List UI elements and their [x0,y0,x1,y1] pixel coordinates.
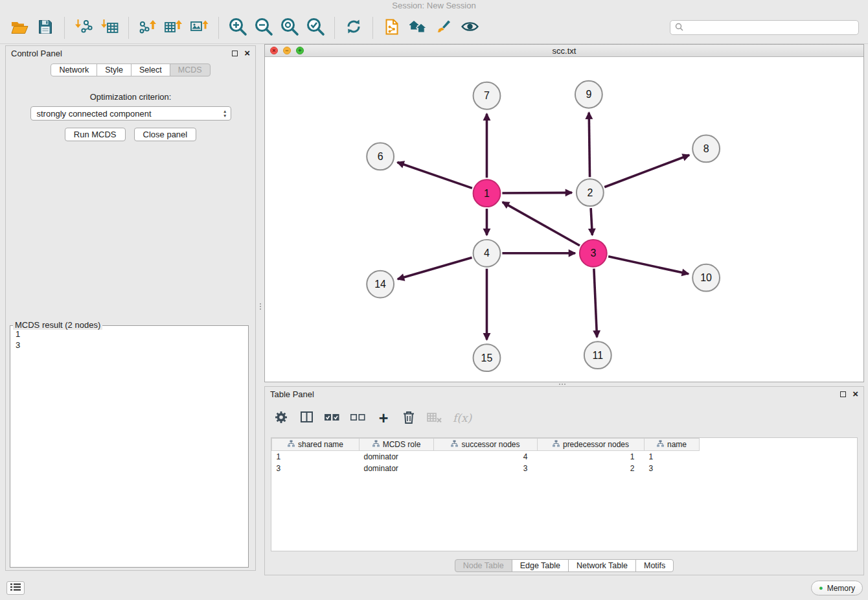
graph-edge-1-6[interactable] [397,162,472,188]
column-header-name[interactable]: name [645,439,700,451]
search-icon [675,23,683,33]
cell-mcds-role: dominator [360,451,434,463]
network-canvas[interactable]: 7968124314101511 [265,57,863,382]
show-hide-graphics-details-button[interactable] [458,15,481,41]
window-minimize-icon[interactable]: − [283,47,291,54]
column-header-filler [700,439,858,451]
open-session-document-button[interactable] [380,15,404,41]
graph-node-8[interactable]: 8 [692,135,720,163]
graph-edge-2-3[interactable] [591,208,592,235]
vertical-splitter-handle[interactable] [258,299,262,314]
zoom-selected-region-button[interactable] [304,15,327,41]
graph-edge-2-8[interactable] [604,155,689,187]
window-close-icon[interactable]: × [270,47,278,54]
create-new-column-button[interactable]: + [376,411,391,426]
column-header-mcds-role[interactable]: MCDS role [360,439,434,451]
show-columns-button[interactable] [299,411,314,424]
graph-node-1[interactable]: 1 [474,179,501,207]
graph-edge-3-11[interactable] [594,269,597,338]
node-label: 8 [703,143,709,154]
network-window-title: scc.txt [553,46,577,56]
run-mcds-button[interactable]: Run MCDS [65,128,126,141]
table-panel-title: Table Panel [270,389,314,399]
network-window-titlebar[interactable]: × − + scc.txt [265,45,863,57]
fx-icon: f(x) [453,411,472,424]
graph-node-2[interactable]: 2 [577,179,604,206]
folder-icon [11,19,29,36]
zoom-in-button[interactable] [226,15,249,41]
delete-table-button[interactable] [427,412,442,424]
window-zoom-icon[interactable]: + [296,47,304,54]
search-box[interactable] [670,20,859,35]
delete-columns-button[interactable] [402,411,416,426]
toolbar-separator [128,17,129,39]
column-header-successor-nodes[interactable]: successor nodes [434,439,538,451]
save-session-button[interactable] [34,15,57,41]
graph-node-9[interactable]: 9 [575,81,602,108]
refresh-view-button[interactable] [342,15,365,41]
export-image-button[interactable] [188,15,211,41]
graph-edge-3-1[interactable] [503,202,580,246]
zoom-out-icon [254,17,273,38]
close-panel-button[interactable]: Close panel [134,128,197,141]
graph-node-14[interactable]: 14 [367,271,394,298]
node-table-grid: shared nameMCDS rolesuccessor nodesprede… [271,438,857,474]
column-header-shared-name[interactable]: shared name [272,439,360,451]
deselect-all-rows-button[interactable] [350,413,365,423]
cp-tab-style[interactable]: Style [97,63,131,76]
import-table-icon [100,19,119,36]
export-table-button[interactable] [162,15,185,41]
graph-edge-1-2[interactable] [502,192,572,193]
table-mode-button[interactable] [274,411,288,426]
graph-node-10[interactable]: 10 [692,264,720,292]
import-network-from-file-button[interactable] [72,15,95,41]
memory-status-icon: ● [819,584,823,592]
export-network-button[interactable] [136,15,159,41]
task-history-button[interactable] [6,581,25,595]
graph-edge-4-14[interactable] [398,257,472,279]
graph-node-7[interactable]: 7 [474,82,501,110]
cp-tab-select[interactable]: Select [131,63,170,76]
open-file-button[interactable] [8,15,31,41]
apply-style-button[interactable] [432,15,455,41]
cp-tab-network[interactable]: Network [51,63,97,76]
table-row-2[interactable]: 3dominator323 [272,463,858,474]
optimization-criterion-select[interactable]: strongly connected component ▲ ▼ [30,106,231,121]
close-panel-icon[interactable]: × [852,389,858,398]
table-tab-node-table[interactable]: Node Table [455,559,512,572]
graph-node-11[interactable]: 11 [584,341,611,369]
graph-node-4[interactable]: 4 [474,240,501,267]
search-input[interactable] [687,23,854,32]
graph-edge-2-9[interactable] [589,113,589,178]
graph-node-3[interactable]: 3 [580,240,607,267]
zoom-fit-content-button[interactable] [278,15,301,41]
node-label: 9 [586,89,591,100]
table-tab-motifs[interactable]: Motifs [635,559,674,572]
column-label: MCDS role [383,440,421,449]
cp-tab-mcds[interactable]: MCDS [170,63,211,76]
import-table-from-file-button[interactable] [98,15,121,41]
zoom-fit-icon [280,17,299,38]
network-overview-button[interactable] [406,15,429,41]
float-window-icon[interactable] [232,51,238,56]
function-builder-button[interactable]: f(x) [453,411,472,424]
table-row-1[interactable]: 1dominator411 [272,451,858,463]
select-all-rows-button[interactable] [325,413,339,423]
cell-filler [700,463,858,474]
table-tab-edge-table[interactable]: Edge Table [512,559,569,572]
floppy-icon [38,19,52,36]
graph-edge-3-10[interactable] [608,257,689,274]
column-tree-icon [372,440,380,449]
float-window-icon[interactable] [840,391,846,397]
table-panel-tabs: Node TableEdge TableNetwork TableMotifs [265,559,863,572]
mcds-result-line: 1 [16,329,243,340]
graph-node-15[interactable]: 15 [474,344,501,371]
memory-button[interactable]: ● Memory [811,581,863,595]
close-panel-icon[interactable]: × [244,49,250,58]
graph-node-6[interactable]: 6 [367,143,394,170]
table-tab-network-table[interactable]: Network Table [568,559,636,572]
houses-icon [409,19,427,36]
zoom-out-button[interactable] [252,15,275,41]
column-header-predecessor-nodes[interactable]: predecessor nodes [538,439,645,451]
node-label: 10 [700,272,712,283]
